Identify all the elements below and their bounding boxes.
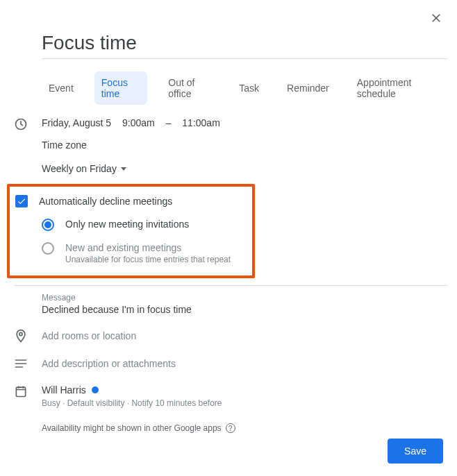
time-dash: – xyxy=(166,117,172,128)
chevron-down-icon xyxy=(121,167,126,171)
description-input[interactable]: Add description or attachments xyxy=(42,358,176,369)
recurrence-dropdown[interactable]: Weekly on Friday xyxy=(42,163,228,174)
date-value: Friday, August 5 xyxy=(42,117,111,128)
tab-out-of-office[interactable]: Out of office xyxy=(161,71,218,105)
description-icon xyxy=(14,357,28,371)
tab-appointment-schedule[interactable]: Appointment schedule xyxy=(350,71,443,105)
message-label: Message xyxy=(42,293,443,303)
end-time: 11:00am xyxy=(182,117,219,128)
decline-message-input[interactable]: Declined because I'm in focus time xyxy=(42,304,443,315)
close-icon xyxy=(429,11,443,25)
auto-decline-label: Automatically decline meetings xyxy=(39,196,172,207)
tab-task[interactable]: Task xyxy=(232,77,266,99)
radio-new-only-label: Only new meeting invitations xyxy=(65,219,189,230)
radio-icon xyxy=(42,242,54,255)
event-type-tabs: Event Focus time Out of office Task Remi… xyxy=(42,71,443,105)
close-button[interactable] xyxy=(429,11,443,25)
tab-event[interactable]: Event xyxy=(42,77,81,99)
location-icon xyxy=(14,329,28,343)
radio-new-existing-sublabel: Unavailable for focus time entries that … xyxy=(65,255,231,264)
help-icon[interactable]: ? xyxy=(226,423,235,433)
divider xyxy=(14,285,448,286)
save-button[interactable]: Save xyxy=(388,439,443,464)
check-icon xyxy=(17,196,26,206)
auto-decline-checkbox[interactable] xyxy=(15,195,28,207)
auto-decline-section: Automatically decline meetings Only new … xyxy=(7,184,255,278)
calendar-color-dot xyxy=(92,386,99,393)
location-input[interactable]: Add rooms or location xyxy=(42,330,136,341)
tab-focus-time[interactable]: Focus time xyxy=(94,71,147,105)
availability-note: Availability might be shown in other Goo… xyxy=(42,423,222,433)
organizer-name: Will Harris xyxy=(42,384,86,396)
calendar-icon xyxy=(14,384,28,398)
recurrence-value: Weekly on Friday xyxy=(42,163,117,174)
radio-new-and-existing[interactable]: New and existing meetings Unavailable fo… xyxy=(42,242,244,264)
tab-reminder[interactable]: Reminder xyxy=(280,77,336,99)
radio-new-existing-label: New and existing meetings xyxy=(65,242,231,253)
calendar-select[interactable]: Will Harris xyxy=(42,384,235,396)
radio-icon xyxy=(42,219,54,231)
timezone-link[interactable]: Time zone xyxy=(42,139,228,151)
datetime-row[interactable]: Friday, August 5 9:00am – 11:00am xyxy=(42,117,228,128)
radio-new-only[interactable]: Only new meeting invitations xyxy=(42,219,244,231)
svg-rect-2 xyxy=(16,387,25,396)
calendar-subinfo[interactable]: Busy · Default visibility · Notify 10 mi… xyxy=(42,398,235,408)
event-title-input[interactable]: Focus time xyxy=(42,32,448,59)
start-time: 9:00am xyxy=(122,117,155,128)
svg-point-1 xyxy=(19,332,22,335)
clock-icon xyxy=(14,117,28,131)
